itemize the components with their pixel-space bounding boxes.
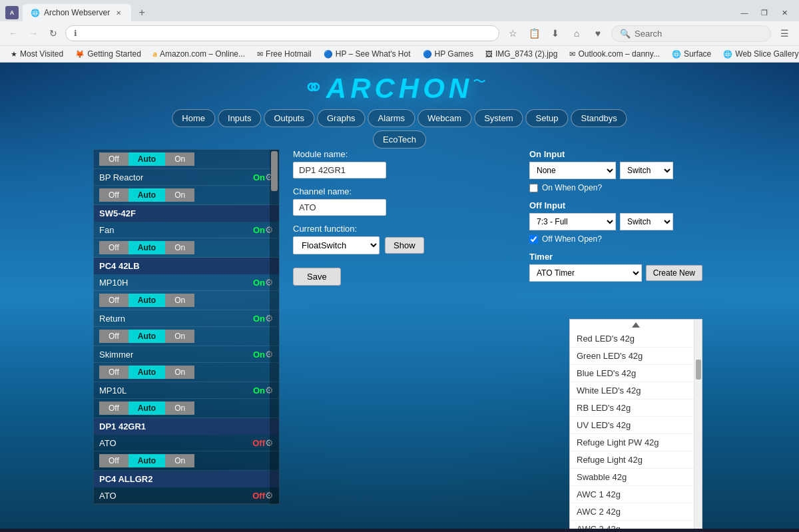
channel-name-group: Channel name: bbox=[293, 186, 493, 216]
download-icon[interactable]: ⬇ bbox=[546, 24, 565, 43]
mp10h-off-button[interactable]: Off bbox=[99, 294, 129, 307]
dropdown-item-swabble[interactable]: Swabble 42g bbox=[570, 469, 702, 486]
bookmark-amazon[interactable]: a Amazon.com – Online... bbox=[148, 47, 250, 61]
dropdown-item-green-leds[interactable]: Green LED's 42g bbox=[570, 348, 702, 365]
off-switch-select[interactable]: Switch bbox=[620, 213, 673, 230]
bookmark-web-slice[interactable]: 🌐 Web Slice Gallery bbox=[718, 47, 799, 61]
skimmer-off-button[interactable]: Off bbox=[99, 366, 129, 379]
bp-reactor-controls: Off Auto On bbox=[94, 186, 279, 205]
menu-icon[interactable]: ☰ bbox=[775, 24, 794, 43]
ato-dp1-auto-button[interactable]: Auto bbox=[129, 454, 165, 467]
nav-standbys[interactable]: Standbys bbox=[571, 109, 627, 127]
return-off-button[interactable]: Off bbox=[99, 330, 129, 343]
mp10h-auto-button[interactable]: Auto bbox=[129, 294, 165, 307]
bookmark-hotmail[interactable]: ✉ Free Hotmail bbox=[252, 47, 317, 61]
on-switch-select[interactable]: Switch bbox=[620, 162, 673, 179]
bp-off-button[interactable]: Off bbox=[99, 188, 129, 202]
center-panel: Module name: Channel name: Current funct… bbox=[293, 149, 493, 286]
dropdown-item-white-leds[interactable]: White LED's 42g bbox=[570, 382, 702, 399]
mp10l-auto-button[interactable]: Auto bbox=[129, 401, 165, 415]
app-container: ⚭ ARCHON 〜 Home Inputs Outputs Graphs Al… bbox=[0, 63, 799, 529]
dropdown-item-rb-leds[interactable]: RB LED's 42g bbox=[570, 399, 702, 417]
nav-system[interactable]: System bbox=[474, 109, 523, 127]
nav-webcam[interactable]: Webcam bbox=[417, 109, 471, 127]
fan-auto-button[interactable]: Auto bbox=[129, 241, 165, 254]
dropdown-scrollbar[interactable] bbox=[694, 320, 702, 529]
nav-ecotech[interactable]: EcoTech bbox=[373, 131, 426, 148]
on-when-open-checkbox[interactable] bbox=[529, 184, 538, 192]
fan-on-button[interactable]: On bbox=[165, 241, 194, 254]
function-select[interactable]: FloatSwitch bbox=[293, 236, 380, 254]
ato-dp1-row: ATO Off ⚙ bbox=[94, 435, 279, 451]
home-icon[interactable]: ⌂ bbox=[567, 24, 586, 43]
dropdown-item-uv-leds[interactable]: UV LED's 42g bbox=[570, 417, 702, 434]
ato-dp1-off-button[interactable]: Off bbox=[99, 454, 129, 467]
nav-home[interactable]: Home bbox=[172, 109, 215, 127]
return-on-button[interactable]: On bbox=[165, 330, 194, 343]
channel-name-input[interactable] bbox=[293, 199, 386, 216]
tab-close-button[interactable]: ✕ bbox=[114, 8, 123, 17]
mp10l-on-button[interactable]: On bbox=[165, 401, 194, 415]
nav-graphs[interactable]: Graphs bbox=[317, 109, 366, 127]
bookmark-img[interactable]: 🖼 IMG_8743 (2).jpg bbox=[480, 47, 563, 61]
refresh-button[interactable]: ↻ bbox=[45, 25, 61, 41]
url-bar[interactable]: ℹ bbox=[65, 25, 499, 41]
timer-group: Timer ATO Timer Create New bbox=[529, 252, 702, 282]
off-input-select[interactable]: 7:3 - Full bbox=[529, 213, 616, 230]
reading-list-icon[interactable]: 📋 bbox=[525, 24, 543, 43]
nav-setup[interactable]: Setup bbox=[525, 109, 568, 127]
browser-tab[interactable]: 🌐 Archon Webserver ✕ bbox=[23, 4, 131, 21]
dropdown-item-refuge[interactable]: Refuge Light 42g bbox=[570, 451, 702, 469]
dropdown-item-awc3[interactable]: AWC 3 42g bbox=[570, 521, 702, 529]
forward-button[interactable]: → bbox=[25, 25, 41, 41]
skimmer-on-button[interactable]: On bbox=[165, 366, 194, 379]
on-input-select[interactable]: None bbox=[529, 162, 616, 179]
close-button[interactable]: ✕ bbox=[775, 5, 794, 21]
save-button[interactable]: Save bbox=[293, 268, 341, 286]
dropdown-item-awc1[interactable]: AWC 1 42g bbox=[570, 486, 702, 503]
first-off-button[interactable]: Off bbox=[99, 152, 129, 166]
skimmer-auto-button[interactable]: Auto bbox=[129, 366, 165, 379]
return-auto-button[interactable]: Auto bbox=[129, 330, 165, 343]
bookmark-hp[interactable]: 🔵 HP – See What's Hot bbox=[318, 47, 416, 61]
nav-alarms[interactable]: Alarms bbox=[368, 109, 415, 127]
minimize-button[interactable]: — bbox=[735, 5, 754, 21]
bookmark-getting-started[interactable]: 🦊 Getting Started bbox=[70, 47, 146, 61]
dropdown-item-red-leds[interactable]: Red LED's 42g bbox=[570, 330, 702, 348]
nav-inputs[interactable]: Inputs bbox=[218, 109, 261, 127]
bookmark-star-icon[interactable]: ☆ bbox=[503, 24, 522, 43]
sw5-header: SW5-42F bbox=[94, 205, 279, 222]
bp-reactor-btn-group: Off Auto On bbox=[99, 188, 194, 202]
first-auto-button[interactable]: Auto bbox=[129, 152, 165, 166]
search-bar[interactable]: 🔍 Search bbox=[611, 25, 771, 42]
timer-select[interactable]: ATO Timer bbox=[529, 264, 642, 282]
left-panel-scrollbar[interactable] bbox=[270, 150, 279, 504]
mp10l-off-button[interactable]: Off bbox=[99, 401, 129, 415]
module-name-group: Module name: bbox=[293, 149, 493, 178]
show-button[interactable]: Show bbox=[385, 237, 424, 254]
ato-dp1-on-button[interactable]: On bbox=[165, 454, 194, 467]
back-button[interactable]: ← bbox=[5, 25, 21, 41]
mp10h-on-button[interactable]: On bbox=[165, 294, 194, 307]
bp-on-button[interactable]: On bbox=[165, 188, 194, 202]
maximize-button[interactable]: ❐ bbox=[755, 5, 774, 21]
first-on-button[interactable]: On bbox=[165, 152, 194, 166]
bookmark-outlook[interactable]: ✉ Outlook.com – danny... bbox=[564, 47, 665, 61]
skimmer-label: Skimmer bbox=[99, 350, 253, 360]
dropdown-item-blue-leds[interactable]: Blue LED's 42g bbox=[570, 365, 702, 382]
favorites-icon[interactable]: ♥ bbox=[589, 24, 607, 43]
dropdown-item-refuge-pw[interactable]: Refuge Light PW 42g bbox=[570, 434, 702, 451]
bp-reactor-label: BP Reactor bbox=[99, 172, 253, 182]
bp-auto-button[interactable]: Auto bbox=[129, 188, 165, 202]
nav-outputs[interactable]: Outputs bbox=[264, 109, 314, 127]
create-new-button[interactable]: Create New bbox=[646, 265, 702, 281]
module-name-input[interactable] bbox=[293, 162, 386, 178]
bookmark-most-visited[interactable]: ★ Most Visited bbox=[5, 47, 69, 61]
new-tab-button[interactable]: + bbox=[134, 5, 150, 21]
timer-dropdown: Red LED's 42g Green LED's 42g Blue LED's… bbox=[569, 319, 702, 529]
fan-off-button[interactable]: Off bbox=[99, 241, 129, 254]
bookmark-hp-games[interactable]: 🔵 HP Games bbox=[417, 47, 479, 61]
off-when-open-checkbox[interactable] bbox=[529, 235, 538, 244]
dropdown-item-awc2[interactable]: AWC 2 42g bbox=[570, 503, 702, 521]
bookmark-surface[interactable]: 🌐 Surface bbox=[666, 47, 716, 61]
